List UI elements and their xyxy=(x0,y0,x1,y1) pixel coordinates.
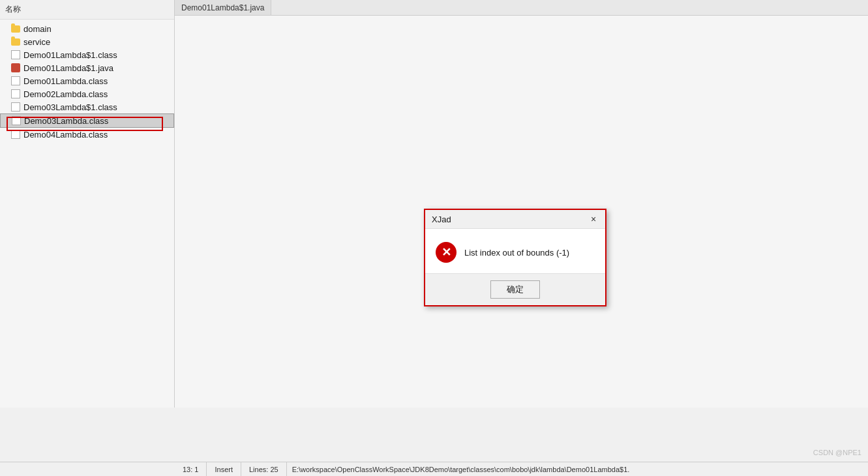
file-tree-panel: 名称 domain service Demo01Lambda$1.class xyxy=(0,0,175,408)
folder-icon xyxy=(10,37,21,47)
tree-item-demo01lambdaclass[interactable]: Demo01Lambda.class xyxy=(0,74,174,87)
editor-tab[interactable]: Demo01Lambda$1.java xyxy=(175,0,271,15)
status-bar: 13: 1 Insert Lines: 25 E:\workspace\Open… xyxy=(175,462,868,476)
bottom-bar-left xyxy=(0,462,175,476)
panel-header-label: 名称 xyxy=(5,5,21,14)
tree-item-label: Demo03Lambda$1.class xyxy=(23,102,117,112)
panel-header: 名称 xyxy=(0,0,174,20)
tree-item-label: domain xyxy=(23,24,52,34)
dialog-close-button[interactable]: × xyxy=(588,214,599,224)
tree-item-label: Demo03Lambda.class xyxy=(24,116,108,126)
error-circle: ✕ xyxy=(436,242,456,263)
status-position-text: 13: 1 xyxy=(183,466,198,473)
class-file-icon xyxy=(10,89,21,99)
folder-icon xyxy=(10,23,21,34)
dialog-title: XJad xyxy=(432,215,451,224)
status-lines-text: Lines: 25 xyxy=(249,466,278,473)
watermark-text: CSDN @NPE1 xyxy=(813,449,861,456)
tree-item-demo01lambda1java[interactable]: Demo01Lambda$1.java xyxy=(0,61,174,74)
error-icon: ✕ xyxy=(436,242,456,263)
class-file-icon xyxy=(10,102,21,112)
tree-item-label: Demo01Lambda$1.java xyxy=(23,63,113,73)
status-path: E:\workspace\OpenClassWorkSpace\JDK8Demo… xyxy=(287,466,868,473)
tree-item-label: Demo01Lambda.class xyxy=(23,76,108,86)
tab-label: Demo01Lambda$1.java xyxy=(181,3,264,12)
dialog-body: ✕ List index out of bounds (-1) xyxy=(425,229,605,273)
tree-item-label: Demo01Lambda$1.class xyxy=(23,50,117,60)
watermark: CSDN @NPE1 xyxy=(813,449,861,456)
class-file-icon xyxy=(10,50,21,60)
tree-item-label: Demo02Lambda.class xyxy=(23,89,108,99)
class-file-icon xyxy=(10,129,21,140)
tab-bar: Demo01Lambda$1.java xyxy=(175,0,868,16)
dialog-message: List index out of bounds (-1) xyxy=(464,248,569,258)
tree-item-demo02lambdaclass[interactable]: Demo02Lambda.class xyxy=(0,87,174,100)
tree-item-demo04lambdaclass[interactable]: Demo04Lambda.class xyxy=(0,128,174,141)
dialog-footer: 确定 xyxy=(425,273,605,305)
dialog-titlebar: XJad × xyxy=(425,210,605,229)
tree-item-domain[interactable]: domain xyxy=(0,22,174,35)
tree-item-service[interactable]: service xyxy=(0,35,174,48)
status-mode: Insert xyxy=(207,462,241,476)
tree-item-label: service xyxy=(23,37,50,47)
java-file-icon xyxy=(10,63,21,73)
tree-item-label: Demo04Lambda.class xyxy=(23,130,108,140)
status-position: 13: 1 xyxy=(175,462,207,476)
status-lines: Lines: 25 xyxy=(241,462,287,476)
tree-item-demo03lambda1class[interactable]: Demo03Lambda$1.class xyxy=(0,100,174,113)
tree-item-demo03lambdaclass[interactable]: Demo03Lambda.class xyxy=(0,113,174,128)
status-path-text: E:\workspace\OpenClassWorkSpace\JDK8Demo… xyxy=(292,466,630,473)
class-file-icon xyxy=(10,76,21,86)
tree-item-demo01lambda1class[interactable]: Demo01Lambda$1.class xyxy=(0,48,174,61)
dialog-ok-button[interactable]: 确定 xyxy=(490,280,540,299)
error-dialog: XJad × ✕ List index out of bounds (-1) 确… xyxy=(424,209,606,306)
editor-area: Demo01Lambda$1.java xyxy=(175,0,868,408)
file-tree: domain service Demo01Lambda$1.class Demo… xyxy=(0,20,174,143)
status-mode-text: Insert xyxy=(215,466,233,473)
class-file-icon xyxy=(11,115,22,126)
